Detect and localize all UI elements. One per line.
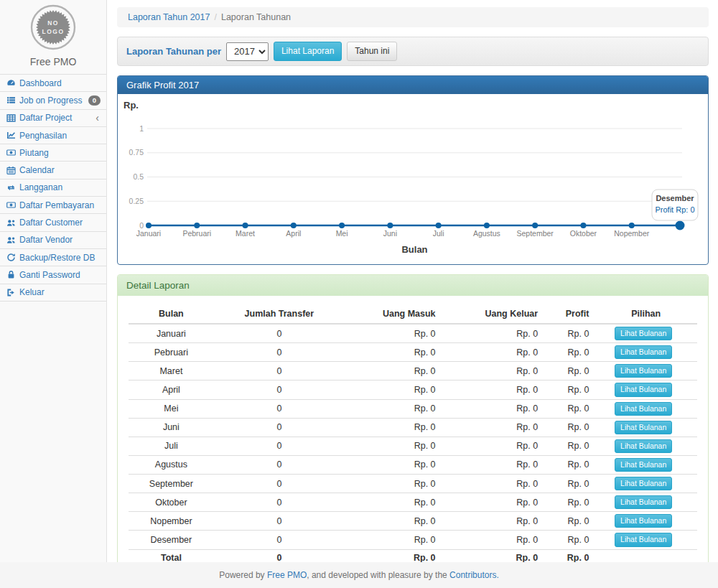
- detail-report-panel: Detail Laporan BulanJumlah TransferUang …: [117, 274, 709, 579]
- sidebar-item-label: Calendar: [19, 165, 101, 175]
- lihat-bulanan-button-pebruari[interactable]: Lihat Bulanan: [615, 345, 672, 359]
- cell-profit: Rp. 0: [544, 362, 595, 381]
- y-axis-unit-label: Rp.: [123, 100, 139, 111]
- cell-uang_keluar: Rp. 0: [442, 324, 544, 343]
- lihat-bulanan-button-maret[interactable]: Lihat Bulanan: [615, 364, 672, 378]
- table-row-juni: Juni0Rp. 0Rp. 0Rp. 0Lihat Bulanan: [129, 418, 697, 437]
- cell-profit: Rp. 0: [544, 343, 595, 362]
- cell-bulan: Juli: [129, 437, 214, 455]
- no-logo-seal-icon: NOLOGO: [30, 4, 76, 50]
- free-pmo-link[interactable]: Free PMO: [267, 570, 307, 580]
- table-row-mei: Mei0Rp. 0Rp. 0Rp. 0Lihat Bulanan: [129, 399, 697, 418]
- cell-uang_masuk: Rp. 0: [345, 343, 442, 362]
- lihat-bulanan-button-januari[interactable]: Lihat Bulanan: [615, 327, 672, 340]
- x-tick-label: Oktober: [570, 229, 597, 238]
- contributors-link[interactable]: Contributors.: [449, 570, 499, 580]
- breadcrumb-link[interactable]: Laporan Tahun 2017: [128, 12, 210, 22]
- sidebar-item-label: Daftar Vendor: [19, 235, 101, 245]
- sidebar-item-dashboard[interactable]: Dashboard: [0, 75, 106, 92]
- chart-tooltip: DesemberProfit Rp: 0: [652, 190, 698, 220]
- sidebar-item-backup-restore-db[interactable]: Backup/Restore DB: [0, 249, 106, 266]
- sidebar-item-daftar-vendor[interactable]: Daftar Vendor: [0, 232, 106, 249]
- cell-profit: Rp. 0: [544, 475, 595, 493]
- breadcrumb-separator: /: [214, 12, 216, 22]
- data-point-pebruari[interactable]: [194, 223, 200, 228]
- view-report-button[interactable]: Lihat Laporan: [274, 42, 342, 61]
- column-header-profit: Profit: [544, 304, 595, 324]
- data-point-oktober[interactable]: [580, 223, 586, 228]
- count-badge: 0: [88, 95, 101, 106]
- x-tick-label: September: [516, 229, 554, 238]
- detail-panel-body: BulanJumlah TransferUang MasukUang Kelua…: [118, 296, 708, 578]
- cell-bulan: April: [129, 381, 214, 399]
- brand-name: Free PMO: [0, 56, 106, 67]
- x-tick-label: Juni: [383, 229, 397, 238]
- profit-line-chart: Rp.10.750.50.250JanuariPebruariMaretApri…: [118, 94, 708, 264]
- detail-panel-title: Detail Laporan: [118, 275, 708, 296]
- svg-text:NO: NO: [47, 19, 59, 27]
- breadcrumb: Laporan Tahun 2017/Laporan Tahunan: [117, 7, 709, 27]
- cell-profit: Rp. 0: [544, 399, 595, 418]
- sidebar-item-keluar[interactable]: Keluar: [0, 284, 106, 302]
- cell-uang_keluar: Rp. 0: [442, 418, 544, 437]
- sidebar-item-daftar-project[interactable]: Daftar Project‹: [0, 110, 106, 127]
- table-row-september: September0Rp. 0Rp. 0Rp. 0Lihat Bulanan: [129, 475, 697, 493]
- dashboard-icon: [6, 78, 16, 88]
- lihat-bulanan-button-agustus[interactable]: Lihat Bulanan: [615, 458, 672, 472]
- cell-uang_masuk: Rp. 0: [345, 324, 442, 343]
- sidebar-item-label: Langganan: [19, 182, 101, 192]
- cell-uang_keluar: Rp. 0: [442, 531, 544, 549]
- lihat-bulanan-button-oktober[interactable]: Lihat Bulanan: [615, 495, 672, 509]
- cell-uang_keluar: Rp. 0: [442, 381, 544, 399]
- cell-uang_masuk: Rp. 0: [345, 531, 442, 549]
- this-year-button[interactable]: Tahun ini: [347, 42, 397, 61]
- cell-uang_keluar: Rp. 0: [442, 475, 544, 493]
- data-point-september[interactable]: [532, 223, 538, 228]
- lihat-bulanan-button-desember[interactable]: Lihat Bulanan: [615, 533, 672, 546]
- data-point-januari[interactable]: [146, 223, 151, 228]
- data-point-agustus[interactable]: [484, 223, 490, 228]
- lihat-bulanan-button-nopember[interactable]: Lihat Bulanan: [615, 514, 672, 528]
- data-point-juni[interactable]: [387, 223, 393, 228]
- sidebar-item-daftar-pembayaran[interactable]: Daftar Pembayaran: [0, 197, 106, 214]
- sidebar: NOLOGO Free PMO DashboardJob on Progress…: [0, 0, 107, 562]
- sign-out-icon: [6, 288, 16, 297]
- sidebar-item-label: Penghasilan: [19, 131, 101, 141]
- lihat-bulanan-button-juni[interactable]: Lihat Bulanan: [615, 421, 672, 434]
- cell-profit: Rp. 0: [544, 381, 595, 399]
- sidebar-item-penghasilan[interactable]: Penghasilan: [0, 127, 106, 144]
- cell-bulan: Oktober: [129, 493, 214, 512]
- data-point-juli[interactable]: [436, 223, 442, 228]
- cell-uang_keluar: Rp. 0: [442, 512, 544, 531]
- data-point-maret[interactable]: [243, 223, 248, 228]
- lihat-bulanan-button-september[interactable]: Lihat Bulanan: [615, 477, 672, 490]
- lihat-bulanan-button-mei[interactable]: Lihat Bulanan: [615, 402, 672, 416]
- data-point-april[interactable]: [291, 223, 297, 228]
- x-tick-label: Agustus: [473, 229, 500, 238]
- sidebar-item-label: Dashboard: [19, 78, 101, 88]
- sidebar-item-langganan[interactable]: Langganan: [0, 179, 106, 197]
- year-select[interactable]: 2017: [226, 42, 269, 61]
- sidebar-item-job-on-progress[interactable]: Job on Progress0: [0, 92, 106, 109]
- chart-canvas[interactable]: Rp.10.750.50.250JanuariPebruariMaretApri…: [118, 94, 708, 264]
- data-point-nopember[interactable]: [629, 223, 635, 228]
- sidebar-item-piutang[interactable]: Piutang: [0, 144, 106, 162]
- sidebar-item-label: Ganti Password: [19, 270, 101, 280]
- lihat-bulanan-button-juli[interactable]: Lihat Bulanan: [615, 439, 672, 453]
- cell-bulan: Agustus: [129, 455, 214, 474]
- data-point-mei[interactable]: [339, 223, 345, 228]
- svg-text:LOGO: LOGO: [42, 28, 64, 35]
- table-row-maret: Maret0Rp. 0Rp. 0Rp. 0Lihat Bulanan: [129, 362, 697, 381]
- x-tick-label: Januari: [136, 229, 161, 238]
- cell-jumlah_transfer: 0: [214, 437, 345, 455]
- data-point-desember[interactable]: [676, 221, 685, 230]
- breadcrumb-current: Laporan Tahunan: [221, 12, 291, 22]
- cell-uang_masuk: Rp. 0: [345, 381, 442, 399]
- sidebar-item-ganti-password[interactable]: Ganti Password: [0, 266, 106, 284]
- chart-tooltip-label: Desember: [656, 194, 694, 202]
- cell-bulan: Mei: [129, 399, 214, 418]
- sidebar-item-calendar[interactable]: Calendar: [0, 162, 106, 179]
- sidebar-item-daftar-customer[interactable]: Daftar Customer: [0, 214, 106, 231]
- refresh-icon: [6, 253, 16, 262]
- lihat-bulanan-button-april[interactable]: Lihat Bulanan: [615, 383, 672, 396]
